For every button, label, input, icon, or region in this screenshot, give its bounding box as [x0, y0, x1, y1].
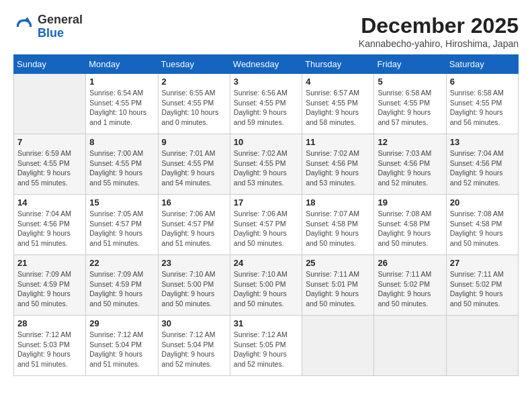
day-number: 16: [162, 197, 226, 208]
day-info: Sunrise: 7:10 AMSunset: 5:00 PMDaylight:…: [234, 269, 298, 309]
page-header: General Blue December 2025 Kannabecho-ya…: [13, 13, 519, 49]
day-number: 21: [17, 258, 82, 268]
logo-blue: Blue: [38, 26, 64, 40]
day-info: Sunrise: 7:11 AMSunset: 5:02 PMDaylight:…: [378, 269, 442, 309]
day-info: Sunrise: 7:07 AMSunset: 4:58 PMDaylight:…: [306, 209, 370, 248]
day-info: Sunrise: 7:11 AMSunset: 5:01 PMDaylight:…: [306, 269, 370, 309]
day-number: 1: [89, 77, 154, 87]
month-title: December 2025: [359, 13, 519, 38]
day-number: 11: [306, 137, 370, 147]
day-info: Sunrise: 7:02 AMSunset: 4:55 PMDaylight:…: [234, 148, 298, 188]
day-info: Sunrise: 7:00 AMSunset: 4:55 PMDaylight:…: [89, 148, 154, 188]
day-number: 24: [234, 258, 298, 268]
day-number: 22: [89, 258, 154, 268]
day-cell: 29Sunrise: 7:12 AMSunset: 5:04 PMDayligh…: [86, 316, 158, 376]
day-cell: 22Sunrise: 7:09 AMSunset: 4:59 PMDayligh…: [86, 255, 158, 316]
day-number: 19: [378, 197, 442, 208]
calendar-table: SundayMondayTuesdayWednesdayThursdayFrid…: [13, 54, 519, 376]
day-number: 31: [234, 318, 298, 328]
day-number: 3: [234, 77, 298, 87]
day-info: Sunrise: 6:58 AMSunset: 4:55 PMDaylight:…: [450, 88, 515, 128]
day-number: 8: [89, 137, 154, 147]
day-info: Sunrise: 7:03 AMSunset: 4:56 PMDaylight:…: [378, 148, 442, 188]
day-cell: 25Sunrise: 7:11 AMSunset: 5:01 PMDayligh…: [302, 255, 374, 316]
weekday-header-row: SundayMondayTuesdayWednesdayThursdayFrid…: [14, 55, 519, 74]
day-number: 30: [162, 318, 226, 328]
day-number: 17: [234, 197, 298, 208]
day-cell: 21Sunrise: 7:09 AMSunset: 4:59 PMDayligh…: [14, 255, 86, 316]
day-cell: 10Sunrise: 7:02 AMSunset: 4:55 PMDayligh…: [230, 134, 302, 195]
day-info: Sunrise: 7:02 AMSunset: 4:56 PMDaylight:…: [306, 148, 370, 188]
day-number: 4: [306, 77, 370, 87]
day-cell: 31Sunrise: 7:12 AMSunset: 5:05 PMDayligh…: [230, 316, 302, 376]
day-info: Sunrise: 7:05 AMSunset: 4:57 PMDaylight:…: [89, 209, 154, 248]
day-cell: 26Sunrise: 7:11 AMSunset: 5:02 PMDayligh…: [374, 255, 446, 316]
weekday-header-wednesday: Wednesday: [230, 55, 302, 74]
day-cell: 11Sunrise: 7:02 AMSunset: 4:56 PMDayligh…: [302, 134, 374, 195]
logo-general: General: [38, 13, 83, 26]
day-cell: [14, 74, 86, 134]
day-info: Sunrise: 6:56 AMSunset: 4:55 PMDaylight:…: [234, 88, 298, 128]
day-number: 14: [17, 197, 82, 208]
title-block: December 2025 Kannabecho-yahiro, Hiroshi…: [359, 13, 519, 49]
week-row-4: 21Sunrise: 7:09 AMSunset: 4:59 PMDayligh…: [14, 255, 519, 316]
weekday-header-friday: Friday: [374, 55, 446, 74]
day-number: 25: [306, 258, 370, 268]
weekday-header-monday: Monday: [86, 55, 158, 74]
day-number: 9: [162, 137, 226, 147]
week-row-2: 7Sunrise: 6:59 AMSunset: 4:55 PMDaylight…: [14, 134, 519, 195]
day-number: 2: [162, 77, 226, 87]
day-number: 5: [378, 77, 442, 87]
day-info: Sunrise: 7:12 AMSunset: 5:04 PMDaylight:…: [89, 330, 154, 369]
weekday-header-saturday: Saturday: [446, 55, 518, 74]
day-info: Sunrise: 7:11 AMSunset: 5:02 PMDaylight:…: [450, 269, 515, 309]
day-info: Sunrise: 7:12 AMSunset: 5:03 PMDaylight:…: [17, 330, 82, 369]
day-info: Sunrise: 7:09 AMSunset: 4:59 PMDaylight:…: [89, 269, 154, 309]
day-number: 6: [450, 77, 515, 87]
location-subtitle: Kannabecho-yahiro, Hiroshima, Japan: [359, 38, 519, 49]
day-cell: 19Sunrise: 7:08 AMSunset: 4:58 PMDayligh…: [374, 195, 446, 255]
day-cell: 1Sunrise: 6:54 AMSunset: 4:55 PMDaylight…: [86, 74, 158, 134]
week-row-1: 1Sunrise: 6:54 AMSunset: 4:55 PMDaylight…: [14, 74, 519, 134]
day-cell: 14Sunrise: 7:04 AMSunset: 4:56 PMDayligh…: [14, 195, 86, 255]
day-cell: 20Sunrise: 7:08 AMSunset: 4:58 PMDayligh…: [446, 195, 518, 255]
day-number: 27: [450, 258, 515, 268]
logo: General Blue: [13, 13, 83, 40]
day-number: 12: [378, 137, 442, 147]
day-info: Sunrise: 6:55 AMSunset: 4:55 PMDaylight:…: [162, 88, 226, 128]
day-cell: 3Sunrise: 6:56 AMSunset: 4:55 PMDaylight…: [230, 74, 302, 134]
day-info: Sunrise: 7:06 AMSunset: 4:57 PMDaylight:…: [234, 209, 298, 248]
day-info: Sunrise: 7:12 AMSunset: 5:05 PMDaylight:…: [234, 330, 298, 369]
day-cell: 4Sunrise: 6:57 AMSunset: 4:55 PMDaylight…: [302, 74, 374, 134]
day-cell: 2Sunrise: 6:55 AMSunset: 4:55 PMDaylight…: [158, 74, 230, 134]
day-cell: 24Sunrise: 7:10 AMSunset: 5:00 PMDayligh…: [230, 255, 302, 316]
day-info: Sunrise: 7:12 AMSunset: 5:04 PMDaylight:…: [162, 330, 226, 369]
day-cell: 30Sunrise: 7:12 AMSunset: 5:04 PMDayligh…: [158, 316, 230, 376]
week-row-3: 14Sunrise: 7:04 AMSunset: 4:56 PMDayligh…: [14, 195, 519, 255]
day-cell: 17Sunrise: 7:06 AMSunset: 4:57 PMDayligh…: [230, 195, 302, 255]
day-cell: 18Sunrise: 7:07 AMSunset: 4:58 PMDayligh…: [302, 195, 374, 255]
logo-text: General Blue: [38, 13, 83, 40]
day-info: Sunrise: 6:57 AMSunset: 4:55 PMDaylight:…: [306, 88, 370, 128]
day-number: 28: [17, 318, 82, 328]
day-cell: 9Sunrise: 7:01 AMSunset: 4:55 PMDaylight…: [158, 134, 230, 195]
day-number: 18: [306, 197, 370, 208]
week-row-5: 28Sunrise: 7:12 AMSunset: 5:03 PMDayligh…: [14, 316, 519, 376]
logo-icon: [13, 16, 35, 38]
day-number: 13: [450, 137, 515, 147]
day-cell: [446, 316, 518, 376]
day-info: Sunrise: 6:59 AMSunset: 4:55 PMDaylight:…: [17, 148, 82, 188]
day-cell: 6Sunrise: 6:58 AMSunset: 4:55 PMDaylight…: [446, 74, 518, 134]
weekday-header-sunday: Sunday: [14, 55, 86, 74]
day-cell: 15Sunrise: 7:05 AMSunset: 4:57 PMDayligh…: [86, 195, 158, 255]
weekday-header-tuesday: Tuesday: [158, 55, 230, 74]
day-info: Sunrise: 6:58 AMSunset: 4:55 PMDaylight:…: [378, 88, 442, 128]
weekday-header-thursday: Thursday: [302, 55, 374, 74]
day-number: 10: [234, 137, 298, 147]
day-info: Sunrise: 7:06 AMSunset: 4:57 PMDaylight:…: [162, 209, 226, 248]
day-cell: 16Sunrise: 7:06 AMSunset: 4:57 PMDayligh…: [158, 195, 230, 255]
day-info: Sunrise: 7:08 AMSunset: 4:58 PMDaylight:…: [450, 209, 515, 248]
day-info: Sunrise: 6:54 AMSunset: 4:55 PMDaylight:…: [89, 88, 154, 128]
day-cell: 5Sunrise: 6:58 AMSunset: 4:55 PMDaylight…: [374, 74, 446, 134]
day-cell: 27Sunrise: 7:11 AMSunset: 5:02 PMDayligh…: [446, 255, 518, 316]
